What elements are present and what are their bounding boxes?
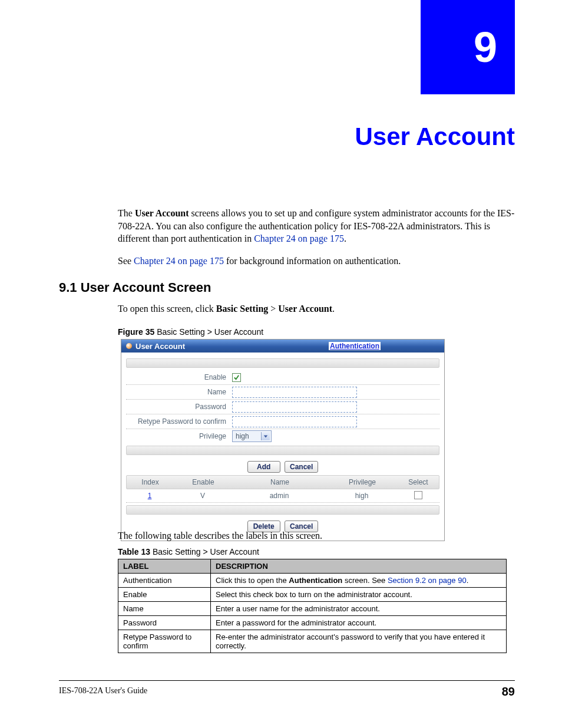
cell-name: admin: [232, 492, 326, 500]
cell-desc: Re-enter the administrator account's pas…: [211, 630, 507, 653]
th-desc: DESCRIPTION: [211, 559, 507, 574]
cell-enable: V: [173, 492, 232, 500]
cell-label: Enable: [118, 588, 211, 602]
enable-checkbox[interactable]: [232, 373, 241, 382]
table-caption: Table 13 Basic Setting > User Account: [118, 547, 259, 556]
link-chapter-24a[interactable]: Chapter 24 on page 175: [254, 233, 344, 243]
cancel-button[interactable]: Cancel: [285, 461, 318, 473]
link-chapter-24b[interactable]: Chapter 24 on page 175: [134, 256, 224, 266]
figure-caption: Figure 35 Basic Setting > User Account: [118, 327, 263, 337]
cell-desc: Click this to open the Authentication sc…: [211, 574, 507, 588]
index-link[interactable]: 1: [148, 492, 152, 500]
retype-password-input[interactable]: [232, 416, 357, 427]
cell-priv: high: [326, 492, 397, 500]
description-table: LABEL DESCRIPTION Authentication Click t…: [118, 559, 507, 653]
label-retype: Retype Password to confirm: [126, 417, 232, 426]
divider: [126, 446, 439, 455]
table-row: Retype Password to confirm Re-enter the …: [118, 630, 507, 653]
user-account-panel: User Account Authentication Enable Name …: [121, 339, 445, 541]
intro-p1: The User Account screens allows you to s…: [118, 207, 515, 245]
intro-p2: See Chapter 24 on page 175 for backgroun…: [118, 255, 515, 268]
table-row: Password Enter a password for the admini…: [118, 616, 507, 630]
list-row: 1 V admin high: [126, 489, 439, 503]
table-row: Enable Select this check box to turn on …: [118, 588, 507, 602]
th-label: LABEL: [118, 559, 211, 574]
page-number: 89: [502, 685, 515, 699]
table-row: Name Enter a user name for the administr…: [118, 602, 507, 616]
link-section-9-2[interactable]: Section 9.2 on page 90: [388, 576, 467, 585]
label-name: Name: [126, 388, 232, 396]
chapter-number-block: 9: [421, 0, 515, 94]
row-password: Password: [126, 400, 439, 414]
section-intro: To open this screen, click Basic Setting…: [118, 304, 515, 314]
chapter-title: User Account: [355, 123, 515, 151]
footer-left: IES-708-22A User's Guide: [59, 686, 147, 696]
select-checkbox[interactable]: [414, 491, 422, 499]
label-privilege: Privilege: [126, 432, 232, 440]
col-select: Select: [398, 478, 439, 486]
row-enable: Enable: [126, 370, 439, 385]
col-index: Index: [127, 478, 174, 486]
label-enable: Enable: [126, 373, 232, 381]
panel-body: Enable Name Password Retype Password to …: [121, 353, 444, 541]
after-figure-text: The following table describes the labels…: [118, 531, 515, 541]
panel-header: User Account Authentication: [121, 340, 444, 353]
chapter-number: 9: [474, 23, 497, 71]
cell-label: Password: [118, 616, 211, 630]
table-head-row: LABEL DESCRIPTION: [118, 559, 507, 574]
divider: [126, 505, 439, 515]
cell-desc: Enter a user name for the administrator …: [211, 602, 507, 616]
name-input[interactable]: [232, 387, 357, 398]
col-enable: Enable: [174, 478, 233, 486]
section-heading: 9.1 User Account Screen: [59, 280, 211, 295]
button-row-top: Add Cancel: [126, 457, 439, 475]
password-input[interactable]: [232, 401, 357, 413]
row-retype: Retype Password to confirm: [126, 414, 439, 429]
chevron-down-icon: [261, 432, 270, 440]
page: 9 User Account The User Account screens …: [0, 0, 562, 728]
cell-desc: Select this check box to turn on the adm…: [211, 588, 507, 602]
privilege-select[interactable]: high: [232, 430, 272, 442]
list-header: Index Enable Name Privilege Select: [126, 475, 439, 489]
row-name: Name: [126, 385, 439, 400]
footer-rule: [59, 680, 515, 681]
label-password: Password: [126, 403, 232, 411]
add-button[interactable]: Add: [247, 461, 280, 473]
svg-marker-0: [264, 435, 267, 437]
row-privilege: Privilege high: [126, 429, 439, 443]
col-name: Name: [233, 478, 327, 486]
cell-label: Authentication: [118, 574, 211, 588]
header-dot-icon: [126, 343, 132, 349]
col-priv: Privilege: [327, 478, 398, 486]
table-row: Authentication Click this to open the Au…: [118, 574, 507, 588]
cell-desc: Enter a password for the administrator a…: [211, 616, 507, 630]
authentication-link[interactable]: Authentication: [329, 342, 381, 350]
intro-paragraphs: The User Account screens allows you to s…: [118, 197, 515, 276]
cell-label: Name: [118, 602, 211, 616]
divider: [126, 358, 439, 368]
cell-label: Retype Password to confirm: [118, 630, 211, 653]
panel-title: User Account: [135, 342, 185, 351]
